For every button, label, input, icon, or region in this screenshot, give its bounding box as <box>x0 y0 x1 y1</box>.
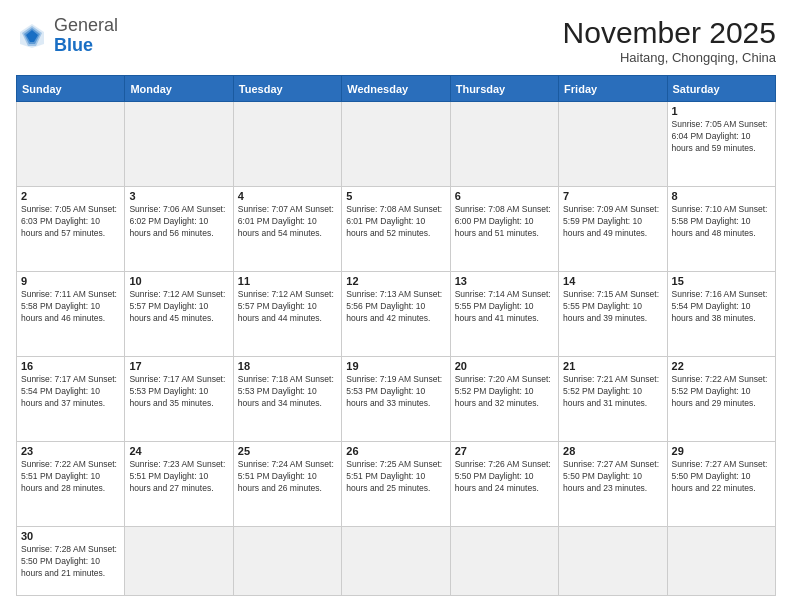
day-number: 15 <box>672 275 771 287</box>
day-info: Sunrise: 7:24 AM Sunset: 5:51 PM Dayligh… <box>238 459 337 495</box>
calendar-cell: 28Sunrise: 7:27 AM Sunset: 5:50 PM Dayli… <box>559 442 667 527</box>
day-number: 7 <box>563 190 662 202</box>
calendar-week-4: 23Sunrise: 7:22 AM Sunset: 5:51 PM Dayli… <box>17 442 776 527</box>
day-number: 18 <box>238 360 337 372</box>
day-info: Sunrise: 7:17 AM Sunset: 5:53 PM Dayligh… <box>129 374 228 410</box>
logo-icon <box>16 20 48 52</box>
header: General Blue November 2025 Haitang, Chon… <box>16 16 776 65</box>
day-info: Sunrise: 7:27 AM Sunset: 5:50 PM Dayligh… <box>672 459 771 495</box>
calendar-cell: 7Sunrise: 7:09 AM Sunset: 5:59 PM Daylig… <box>559 187 667 272</box>
calendar-cell: 22Sunrise: 7:22 AM Sunset: 5:52 PM Dayli… <box>667 357 775 442</box>
calendar-cell: 15Sunrise: 7:16 AM Sunset: 5:54 PM Dayli… <box>667 272 775 357</box>
header-friday: Friday <box>559 76 667 102</box>
day-info: Sunrise: 7:27 AM Sunset: 5:50 PM Dayligh… <box>563 459 662 495</box>
calendar-cell: 4Sunrise: 7:07 AM Sunset: 6:01 PM Daylig… <box>233 187 341 272</box>
header-thursday: Thursday <box>450 76 558 102</box>
day-number: 4 <box>238 190 337 202</box>
day-info: Sunrise: 7:17 AM Sunset: 5:54 PM Dayligh… <box>21 374 120 410</box>
day-number: 21 <box>563 360 662 372</box>
calendar: Sunday Monday Tuesday Wednesday Thursday… <box>16 75 776 596</box>
day-info: Sunrise: 7:20 AM Sunset: 5:52 PM Dayligh… <box>455 374 554 410</box>
day-info: Sunrise: 7:22 AM Sunset: 5:52 PM Dayligh… <box>672 374 771 410</box>
day-info: Sunrise: 7:05 AM Sunset: 6:03 PM Dayligh… <box>21 204 120 240</box>
calendar-week-5: 30Sunrise: 7:28 AM Sunset: 5:50 PM Dayli… <box>17 527 776 596</box>
calendar-cell: 27Sunrise: 7:26 AM Sunset: 5:50 PM Dayli… <box>450 442 558 527</box>
day-info: Sunrise: 7:07 AM Sunset: 6:01 PM Dayligh… <box>238 204 337 240</box>
day-number: 24 <box>129 445 228 457</box>
calendar-week-0: 1Sunrise: 7:05 AM Sunset: 6:04 PM Daylig… <box>17 102 776 187</box>
day-number: 5 <box>346 190 445 202</box>
calendar-cell: 29Sunrise: 7:27 AM Sunset: 5:50 PM Dayli… <box>667 442 775 527</box>
calendar-cell <box>17 102 125 187</box>
day-info: Sunrise: 7:08 AM Sunset: 6:01 PM Dayligh… <box>346 204 445 240</box>
calendar-cell: 25Sunrise: 7:24 AM Sunset: 5:51 PM Dayli… <box>233 442 341 527</box>
calendar-cell: 30Sunrise: 7:28 AM Sunset: 5:50 PM Dayli… <box>17 527 125 596</box>
calendar-cell: 19Sunrise: 7:19 AM Sunset: 5:53 PM Dayli… <box>342 357 450 442</box>
calendar-cell: 16Sunrise: 7:17 AM Sunset: 5:54 PM Dayli… <box>17 357 125 442</box>
day-info: Sunrise: 7:23 AM Sunset: 5:51 PM Dayligh… <box>129 459 228 495</box>
day-info: Sunrise: 7:12 AM Sunset: 5:57 PM Dayligh… <box>129 289 228 325</box>
day-info: Sunrise: 7:19 AM Sunset: 5:53 PM Dayligh… <box>346 374 445 410</box>
location: Haitang, Chongqing, China <box>563 50 776 65</box>
logo: General Blue <box>16 16 118 56</box>
calendar-cell: 24Sunrise: 7:23 AM Sunset: 5:51 PM Dayli… <box>125 442 233 527</box>
calendar-header: Sunday Monday Tuesday Wednesday Thursday… <box>17 76 776 102</box>
day-number: 22 <box>672 360 771 372</box>
header-sunday: Sunday <box>17 76 125 102</box>
day-info: Sunrise: 7:12 AM Sunset: 5:57 PM Dayligh… <box>238 289 337 325</box>
calendar-cell <box>342 527 450 596</box>
day-number: 14 <box>563 275 662 287</box>
header-monday: Monday <box>125 76 233 102</box>
day-number: 17 <box>129 360 228 372</box>
day-number: 3 <box>129 190 228 202</box>
calendar-week-3: 16Sunrise: 7:17 AM Sunset: 5:54 PM Dayli… <box>17 357 776 442</box>
day-info: Sunrise: 7:15 AM Sunset: 5:55 PM Dayligh… <box>563 289 662 325</box>
day-number: 16 <box>21 360 120 372</box>
day-number: 27 <box>455 445 554 457</box>
calendar-cell <box>559 527 667 596</box>
calendar-cell <box>125 527 233 596</box>
logo-text: General Blue <box>54 16 118 56</box>
calendar-cell <box>342 102 450 187</box>
calendar-cell: 6Sunrise: 7:08 AM Sunset: 6:00 PM Daylig… <box>450 187 558 272</box>
day-info: Sunrise: 7:08 AM Sunset: 6:00 PM Dayligh… <box>455 204 554 240</box>
header-tuesday: Tuesday <box>233 76 341 102</box>
calendar-cell <box>233 102 341 187</box>
calendar-cell: 12Sunrise: 7:13 AM Sunset: 5:56 PM Dayli… <box>342 272 450 357</box>
day-info: Sunrise: 7:18 AM Sunset: 5:53 PM Dayligh… <box>238 374 337 410</box>
day-number: 12 <box>346 275 445 287</box>
day-number: 19 <box>346 360 445 372</box>
calendar-cell: 2Sunrise: 7:05 AM Sunset: 6:03 PM Daylig… <box>17 187 125 272</box>
logo-blue: Blue <box>54 35 93 55</box>
day-number: 1 <box>672 105 771 117</box>
calendar-cell: 18Sunrise: 7:18 AM Sunset: 5:53 PM Dayli… <box>233 357 341 442</box>
calendar-cell: 11Sunrise: 7:12 AM Sunset: 5:57 PM Dayli… <box>233 272 341 357</box>
day-info: Sunrise: 7:21 AM Sunset: 5:52 PM Dayligh… <box>563 374 662 410</box>
day-number: 2 <box>21 190 120 202</box>
calendar-cell <box>450 527 558 596</box>
calendar-cell: 10Sunrise: 7:12 AM Sunset: 5:57 PM Dayli… <box>125 272 233 357</box>
logo-general: General <box>54 15 118 35</box>
day-number: 9 <box>21 275 120 287</box>
header-saturday: Saturday <box>667 76 775 102</box>
calendar-cell: 1Sunrise: 7:05 AM Sunset: 6:04 PM Daylig… <box>667 102 775 187</box>
day-number: 26 <box>346 445 445 457</box>
day-info: Sunrise: 7:05 AM Sunset: 6:04 PM Dayligh… <box>672 119 771 155</box>
header-wednesday: Wednesday <box>342 76 450 102</box>
day-number: 20 <box>455 360 554 372</box>
calendar-cell <box>559 102 667 187</box>
day-info: Sunrise: 7:11 AM Sunset: 5:58 PM Dayligh… <box>21 289 120 325</box>
day-info: Sunrise: 7:25 AM Sunset: 5:51 PM Dayligh… <box>346 459 445 495</box>
day-info: Sunrise: 7:13 AM Sunset: 5:56 PM Dayligh… <box>346 289 445 325</box>
calendar-cell <box>125 102 233 187</box>
day-number: 25 <box>238 445 337 457</box>
day-info: Sunrise: 7:09 AM Sunset: 5:59 PM Dayligh… <box>563 204 662 240</box>
calendar-cell <box>450 102 558 187</box>
calendar-cell: 14Sunrise: 7:15 AM Sunset: 5:55 PM Dayli… <box>559 272 667 357</box>
title-block: November 2025 Haitang, Chongqing, China <box>563 16 776 65</box>
day-number: 28 <box>563 445 662 457</box>
calendar-cell: 23Sunrise: 7:22 AM Sunset: 5:51 PM Dayli… <box>17 442 125 527</box>
day-number: 8 <box>672 190 771 202</box>
calendar-cell: 20Sunrise: 7:20 AM Sunset: 5:52 PM Dayli… <box>450 357 558 442</box>
day-info: Sunrise: 7:10 AM Sunset: 5:58 PM Dayligh… <box>672 204 771 240</box>
